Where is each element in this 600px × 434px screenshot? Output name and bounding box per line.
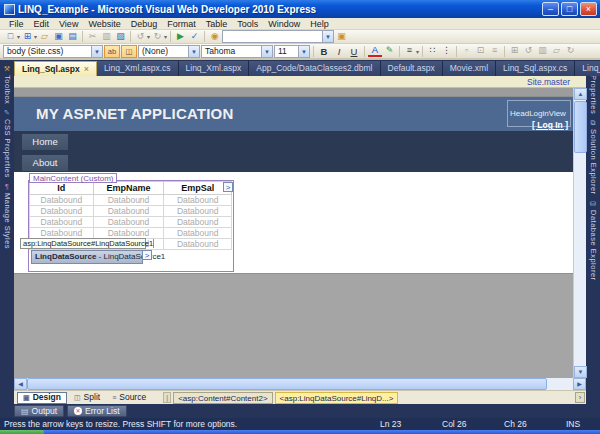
new-dropdown-icon[interactable]: ▾ bbox=[17, 33, 20, 40]
formatting-toolbar: body (Site.css)▼ ab ◫ (None)▼ Tahoma▼ 11… bbox=[0, 44, 600, 60]
menu-file[interactable]: File bbox=[4, 19, 29, 29]
italic-button[interactable]: I bbox=[332, 45, 346, 58]
undo-dropdown-icon[interactable]: ▾ bbox=[147, 33, 150, 40]
alignment-button[interactable]: ≡ bbox=[403, 45, 416, 57]
doc-tab-dataclasses-dbml[interactable]: App_Code/DataClasses2.dbml bbox=[249, 61, 380, 76]
sidebar-tab-manage-styles[interactable]: ¶ Manage Styles bbox=[0, 182, 14, 249]
site-master-link[interactable]: Site.master bbox=[527, 77, 570, 87]
scroll-down-icon[interactable]: ▼ bbox=[574, 366, 587, 378]
menu-format[interactable]: Format bbox=[162, 19, 201, 29]
standard-toolbar: □▾ ⊞▾ ▱ ▣ ▤ ✂ ▥ ▧ ↺▾ ↻▾ ▶ ✓ ◉ ▼ ▣ bbox=[0, 30, 600, 44]
login-link[interactable]: [ Log In ] bbox=[510, 120, 568, 130]
scroll-left-icon[interactable]: ◀ bbox=[14, 378, 27, 390]
doc-tab-default-aspx[interactable]: Default.aspx bbox=[381, 61, 443, 76]
tag-nav-linqdatasource[interactable]: <asp:LinqDataSource#LinqD...> bbox=[275, 392, 399, 404]
scroll-right-icon[interactable]: ▶ bbox=[573, 378, 586, 390]
doc-tab-linq-sql-aspx-cs[interactable]: Linq_Sql.aspx.cs bbox=[496, 61, 575, 76]
fontname-dropdown-icon[interactable]: ▼ bbox=[261, 46, 272, 57]
menu-tools[interactable]: Tools bbox=[232, 19, 263, 29]
menu-window[interactable]: Window bbox=[263, 19, 305, 29]
open-file-icon[interactable]: ▱ bbox=[38, 31, 51, 43]
design-vertical-scrollbar[interactable]: ▲ ▼ bbox=[573, 88, 586, 378]
target-dropdown-icon[interactable]: ▼ bbox=[188, 46, 199, 57]
find-icon[interactable]: ▣ bbox=[335, 31, 348, 43]
font-size-combo[interactable]: 11▼ bbox=[274, 45, 310, 58]
design-horizontal-scrollbar[interactable]: ◀ ▶ bbox=[14, 378, 586, 390]
horizontal-scroll-thumb[interactable] bbox=[27, 378, 547, 390]
cut-icon[interactable]: ✂ bbox=[86, 31, 99, 43]
restore-button[interactable]: □ bbox=[561, 2, 578, 16]
output-icon: ▤ bbox=[21, 407, 29, 416]
minimize-button[interactable]: – bbox=[542, 2, 559, 16]
quick-find-combo[interactable]: ▼ bbox=[222, 30, 334, 43]
check-page-icon[interactable]: ✓ bbox=[188, 31, 201, 43]
doc-tab-linq-xml-aspx[interactable]: Linq_Xml.aspx bbox=[179, 61, 250, 76]
doc-tab-movie-xml[interactable]: Movie.xml bbox=[443, 61, 496, 76]
underline-button[interactable]: U bbox=[347, 45, 361, 58]
style-selector-combo[interactable]: body (Site.css)▼ bbox=[3, 45, 103, 58]
linqdatasource-smart-tag[interactable]: > bbox=[142, 250, 152, 260]
alignment-dropdown-icon[interactable]: ▾ bbox=[416, 48, 419, 55]
bold-button[interactable]: B bbox=[317, 45, 331, 58]
menu-debug[interactable]: Debug bbox=[126, 19, 163, 29]
grid-col-empname: EmpName bbox=[93, 182, 164, 195]
menu-table[interactable]: Table bbox=[201, 19, 233, 29]
menu-help[interactable]: Help bbox=[305, 19, 334, 29]
nav-item-about[interactable]: About bbox=[22, 155, 68, 171]
menu-view[interactable]: View bbox=[54, 19, 83, 29]
split-view-button[interactable]: ◫Split bbox=[69, 392, 105, 404]
doc-tab-linq-sql-aspx[interactable]: Linq_Sql.aspx× bbox=[14, 61, 97, 76]
add-item-icon[interactable]: ⊞ bbox=[21, 31, 34, 43]
content-placeholder-label[interactable]: MainContent (Custom) bbox=[29, 173, 117, 183]
tab-close-icon[interactable]: × bbox=[84, 64, 89, 74]
target-rule-combo[interactable]: (None)▼ bbox=[138, 45, 200, 58]
menu-edit[interactable]: Edit bbox=[29, 19, 55, 29]
doc-tab-linq-xml-aspx-cs[interactable]: Linq_Xml.aspx.cs bbox=[97, 61, 179, 76]
add-dropdown-icon[interactable]: ▾ bbox=[34, 33, 37, 40]
tag-nav-next-icon[interactable]: › bbox=[575, 392, 585, 403]
close-button[interactable]: × bbox=[580, 2, 597, 16]
new-website-icon[interactable]: □ bbox=[4, 31, 17, 43]
menu-website[interactable]: Website bbox=[83, 19, 125, 29]
tag-nav-content2[interactable]: <asp:Content#Content2> bbox=[173, 392, 272, 404]
fontsize-dropdown-icon[interactable]: ▼ bbox=[298, 46, 309, 57]
nav-item-home[interactable]: Home bbox=[22, 134, 68, 150]
copy-icon[interactable]: ▥ bbox=[100, 31, 113, 43]
output-tab[interactable]: ▤Output bbox=[14, 405, 64, 417]
title-bar: LINQ_Example - Microsoft Visual Web Deve… bbox=[0, 0, 600, 18]
style-dropdown-icon[interactable]: ▼ bbox=[91, 46, 102, 57]
quickfind-dropdown-icon[interactable]: ▼ bbox=[322, 31, 333, 42]
apply-styles-toggle[interactable]: ab bbox=[104, 45, 120, 58]
design-view-button[interactable]: ▣Design bbox=[17, 392, 67, 404]
sidebar-tab-toolbox[interactable]: ⚒ Toolbox bbox=[0, 64, 14, 104]
linqdatasource-control[interactable]: LinqDataSource - LinqDataSource1 bbox=[31, 250, 143, 264]
doc-tab-linq-object-aspx-cs[interactable]: Linq_Object.aspx.cs bbox=[575, 61, 600, 76]
sidebar-tab-database-explorer[interactable]: ⛁ Database Explorer bbox=[586, 199, 600, 281]
login-view-control[interactable]: HeadLoginView [ Log In ] bbox=[507, 100, 571, 127]
save-icon[interactable]: ▣ bbox=[52, 31, 65, 43]
css-properties-toggle[interactable]: ◫ bbox=[121, 45, 137, 58]
scroll-up-icon[interactable]: ▲ bbox=[574, 88, 587, 100]
paste-icon[interactable]: ▧ bbox=[114, 31, 127, 43]
sidebar-tab-css-properties[interactable]: ✎ CSS Properties bbox=[0, 108, 14, 178]
grid-cell: Databound bbox=[30, 195, 94, 206]
error-list-tab[interactable]: ✕Error List bbox=[67, 405, 126, 417]
redo-icon[interactable]: ↻ bbox=[151, 31, 164, 43]
bullets-button[interactable]: ∷ bbox=[426, 45, 439, 57]
redo-dropdown-icon[interactable]: ▾ bbox=[164, 33, 167, 40]
manage-styles-icon: ¶ bbox=[3, 182, 12, 191]
font-color-button[interactable]: A bbox=[368, 45, 382, 57]
grid-data-row: DataboundDataboundDatabound bbox=[30, 195, 232, 206]
font-name-combo[interactable]: Tahoma▼ bbox=[201, 45, 273, 58]
numbering-button[interactable]: ⋮ bbox=[440, 45, 453, 57]
start-debug-icon[interactable]: ▶ bbox=[174, 31, 187, 43]
source-view-button[interactable]: ≡Source bbox=[107, 392, 151, 404]
browse-icon[interactable]: ◉ bbox=[208, 31, 221, 43]
undo-icon[interactable]: ↺ bbox=[134, 31, 147, 43]
vertical-scroll-thumb[interactable] bbox=[574, 101, 587, 153]
grid-cell: Databound bbox=[164, 239, 232, 250]
highlight-button[interactable]: ✎ bbox=[383, 45, 396, 57]
sidebar-tab-solution-explorer[interactable]: ⧉ Solution Explorer bbox=[586, 118, 600, 195]
save-all-icon[interactable]: ▤ bbox=[66, 31, 79, 43]
gridview-smart-tag[interactable]: > bbox=[223, 182, 233, 192]
